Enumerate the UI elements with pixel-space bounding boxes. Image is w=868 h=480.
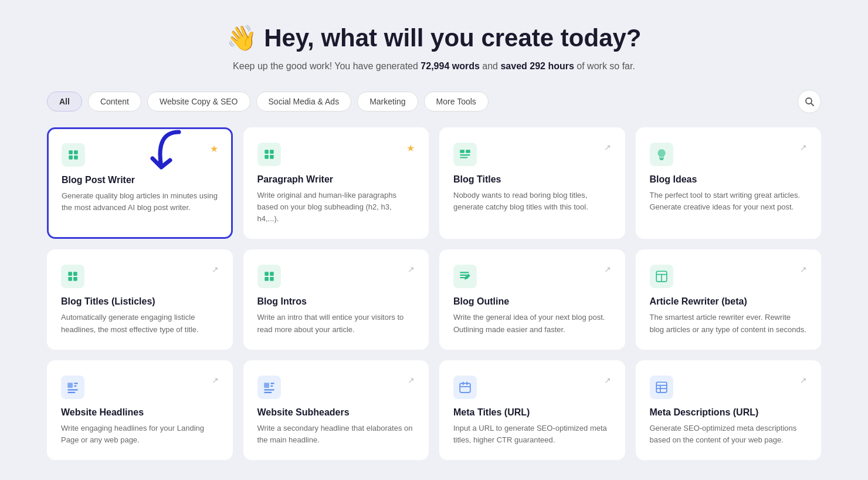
open-arrow-icon: ↗ [212,376,219,385]
filter-bar: All Content Website Copy & SEO Social Me… [47,90,821,113]
tool-desc: Generate quality blog articles in minute… [62,190,218,214]
svg-rect-7 [270,150,274,154]
open-arrow-icon: ↗ [408,265,415,274]
svg-rect-19 [270,272,274,276]
tool-icon [453,265,477,288]
tool-icon [257,376,281,399]
tool-desc: The smartest article rewriter ever. Rewr… [650,312,808,335]
tool-name: Meta Descriptions (URL) [650,407,808,418]
tool-icon [650,376,673,399]
open-arrow-icon: ↗ [604,376,611,385]
tool-desc: Nobody wants to read boring blog titles,… [453,190,611,213]
tool-icon [453,143,477,166]
svg-rect-36 [264,389,274,390]
filter-more-tools[interactable]: More Tools [424,92,489,111]
tool-name: Blog Intros [257,296,415,307]
svg-rect-16 [68,278,72,282]
tool-icon [453,376,477,399]
filter-all[interactable]: All [47,92,82,111]
open-arrow-icon: ↗ [604,143,611,152]
wave-emoji: 👋 [226,24,257,52]
svg-rect-31 [67,389,78,390]
tool-desc: Write an intro that will entice your vis… [257,312,415,335]
svg-rect-30 [74,385,76,386]
tool-name: Paragraph Writer [257,174,415,185]
svg-rect-33 [264,383,269,388]
svg-line-1 [811,103,813,106]
filter-social-media-ads[interactable]: Social Media & Ads [256,92,352,111]
tool-card-website-headlines[interactable]: ↗ Website Headlines Write engaging headl… [47,360,233,460]
star-icon[interactable]: ★ [210,143,218,154]
svg-rect-4 [69,156,73,160]
tools-grid: ★ Blog Post Writer Generate quality blog… [47,127,821,460]
tool-card-article-rewriter[interactable]: ↗ Article Rewriter (beta) The smartest a… [636,249,822,349]
tool-card-blog-ideas[interactable]: ↗ Blog Ideas The perfect tool to start w… [636,127,822,239]
open-arrow-icon: ↗ [800,143,807,152]
svg-rect-35 [270,385,273,386]
svg-rect-42 [656,382,667,393]
tool-card-blog-post-writer[interactable]: ★ Blog Post Writer Generate quality blog… [47,127,233,239]
tool-desc: Generate SEO-optimized meta descriptions… [650,422,808,446]
filter-website-copy-seo[interactable]: Website Copy & SEO [147,92,250,111]
tool-card-blog-titles-listicles[interactable]: ↗ Blog Titles (Listicles) Automatically … [47,249,233,349]
tool-desc: Automatically generate engaging listicle… [61,312,219,335]
svg-rect-15 [73,272,77,276]
open-arrow-icon: ↗ [800,376,807,385]
page-header: 👋 Hey, what will you create today? Keep … [47,23,821,73]
svg-rect-11 [466,150,470,153]
tool-icon [61,265,84,288]
svg-rect-21 [270,278,274,282]
tool-icon [257,265,281,288]
tool-card-meta-titles-url[interactable]: ↗ Meta Titles (URL) Input a URL to gener… [439,360,625,460]
card-top: ↗ [453,143,611,166]
tool-card-meta-descriptions-url[interactable]: ↗ Meta Descriptions (URL) Generate SEO-o… [636,360,822,460]
search-button[interactable] [798,90,821,113]
svg-rect-10 [460,150,464,153]
filter-content[interactable]: Content [88,92,141,111]
svg-rect-32 [67,391,75,393]
tool-icon [650,143,673,166]
svg-rect-28 [67,383,73,388]
tool-card-blog-intros[interactable]: ↗ Blog Intros Write an intro that will e… [243,249,429,349]
tool-desc: Write engaging headlines for your Landin… [61,422,219,446]
tool-icon [257,143,281,166]
tool-name: Article Rewriter (beta) [650,296,808,307]
open-arrow-icon: ↗ [212,265,219,274]
svg-rect-22 [460,272,469,273]
svg-rect-12 [460,154,470,156]
svg-rect-13 [460,157,467,158]
svg-rect-9 [270,155,274,159]
tool-card-website-subheaders[interactable]: ↗ Website Subheaders Write a secondary h… [243,360,429,460]
tool-desc: The perfect tool to start writing great … [650,190,808,213]
star-icon[interactable]: ★ [406,143,415,154]
tool-name: Blog Titles (Listicles) [61,296,219,307]
tool-name: Blog Outline [453,296,611,307]
card-top: ↗ [257,376,415,399]
tool-name: Meta Titles (URL) [453,407,611,418]
svg-rect-34 [270,383,274,384]
filter-marketing[interactable]: Marketing [357,92,418,111]
card-top: ↗ [453,376,611,399]
svg-rect-5 [74,156,78,160]
tool-name: Website Subheaders [257,407,415,418]
tool-desc: Write a secondary headline that elaborat… [257,422,415,446]
tool-card-paragraph-writer[interactable]: ★ Paragraph Writer Write original and hu… [243,127,429,239]
svg-rect-3 [74,150,78,154]
tool-desc: Input a URL to generate SEO-optimized me… [453,422,611,446]
svg-rect-2 [69,150,73,154]
svg-rect-37 [264,391,272,393]
open-arrow-icon: ↗ [408,376,415,385]
svg-rect-29 [74,383,78,384]
card-top: ↗ [650,265,808,288]
tool-icon [62,143,85,167]
card-top: ★ [62,143,218,167]
card-top: ↗ [61,376,219,399]
svg-rect-8 [265,155,269,159]
svg-rect-6 [265,150,269,154]
page-title: 👋 Hey, what will you create today? [47,23,821,52]
tool-card-blog-titles[interactable]: ↗ Blog Titles Nobody wants to read borin… [439,127,625,239]
tool-name: Website Headlines [61,407,219,418]
tool-card-blog-outline[interactable]: ↗ Blog Outline Write the general idea of… [439,249,625,349]
card-top: ↗ [650,376,808,399]
card-top: ↗ [650,143,808,166]
